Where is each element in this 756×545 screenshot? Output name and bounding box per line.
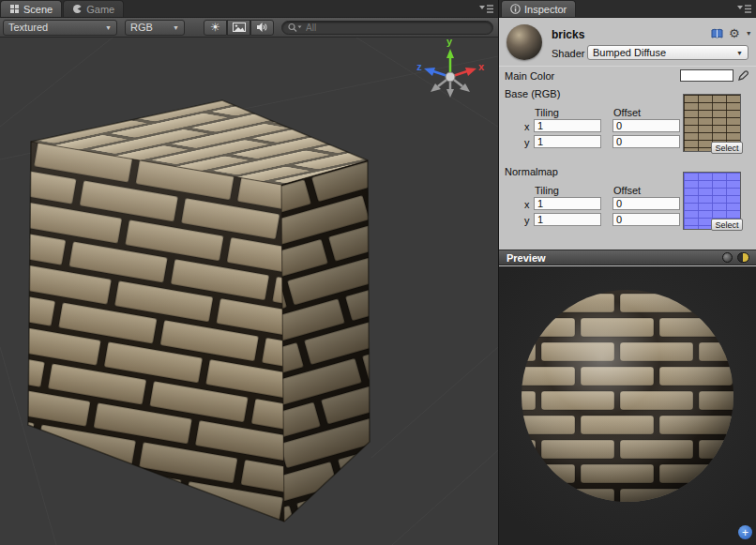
- brick-cube[interactable]: [28, 100, 370, 522]
- render-mode-dropdown[interactable]: RGB ▼: [125, 20, 185, 36]
- base-offset-x-field[interactable]: [612, 119, 680, 132]
- base-section-label: Base (RGB): [505, 88, 560, 99]
- draw-mode-dropdown[interactable]: Textured ▼: [3, 20, 117, 36]
- main-color-swatch[interactable]: [680, 69, 733, 82]
- chevron-down-icon: ▼: [173, 24, 179, 31]
- image-icon: [233, 22, 246, 33]
- tab-inspector[interactable]: Inspector: [501, 0, 576, 17]
- gizmo-x-label: x: [478, 61, 485, 72]
- inspector-panel: Inspector bricks Shader Bumped Diffuse ▼…: [498, 0, 756, 545]
- scene-grid-icon: [9, 4, 20, 14]
- gizmo-y-axis[interactable]: [446, 49, 454, 58]
- scene-viewport[interactable]: y x z: [0, 38, 498, 545]
- preview-header[interactable]: Preview: [499, 250, 756, 265]
- draw-mode-value: Textured: [8, 22, 48, 33]
- add-button[interactable]: +: [738, 525, 752, 539]
- gear-icon[interactable]: ⚙: [729, 27, 740, 39]
- normalmap-offset-x-field[interactable]: [612, 197, 680, 210]
- chevron-down-icon[interactable]: ▼: [746, 30, 752, 37]
- normalmap-row-x-label: x: [524, 199, 530, 210]
- scene-panel: Scene Game Textured ▼ RGB ▼ ☀: [0, 0, 498, 545]
- render-mode-value: RGB: [130, 22, 153, 33]
- help-book-icon[interactable]: [711, 28, 723, 39]
- normalmap-tiling-header: Tiling: [535, 185, 559, 196]
- preview-sphere: [499, 266, 756, 545]
- chevron-down-icon: ▼: [105, 24, 112, 31]
- base-row-y-label: y: [524, 137, 530, 148]
- inspector-panel-menu-icon[interactable]: [737, 4, 751, 14]
- shader-label: Shader: [552, 48, 584, 59]
- chevron-down-icon: ▼: [736, 50, 743, 56]
- material-preview-area[interactable]: +: [499, 266, 756, 545]
- material-name: bricks: [552, 28, 584, 41]
- preview-mesh-toggle-icon[interactable]: [722, 252, 733, 263]
- gizmo-y-label: y: [446, 38, 453, 47]
- main-color-label: Main Color: [505, 70, 554, 82]
- base-tiling-x-field[interactable]: [534, 119, 601, 132]
- search-icon: [288, 23, 302, 33]
- scene-3d-view: y x z: [0, 38, 498, 545]
- normalmap-tiling-x-field[interactable]: [534, 197, 601, 210]
- tab-game-label: Game: [86, 4, 114, 15]
- scene-toggle-group: ☀: [204, 20, 274, 36]
- base-row-x-label: x: [524, 121, 530, 132]
- sun-icon: ☀: [210, 21, 220, 34]
- normalmap-tiling-y-field[interactable]: [534, 213, 601, 226]
- preview-label: Preview: [507, 252, 546, 264]
- scene-search-field[interactable]: [281, 21, 493, 35]
- shader-dropdown[interactable]: Bumped Diffuse ▼: [587, 45, 748, 60]
- normalmap-row-y-label: y: [524, 215, 530, 226]
- preview-light-toggle-icon[interactable]: [737, 252, 749, 263]
- scene-panel-menu-icon[interactable]: [479, 4, 493, 14]
- game-icon: [72, 4, 83, 14]
- base-tiling-y-field[interactable]: [534, 135, 601, 148]
- tab-inspector-label: Inspector: [524, 4, 567, 15]
- info-icon: [510, 4, 521, 14]
- gizmo-z-label: z: [416, 61, 422, 72]
- scene-orientation-gizmo[interactable]: y x z: [416, 38, 485, 98]
- normalmap-offset-y-field[interactable]: [612, 213, 680, 226]
- skybox-toggle-button[interactable]: [227, 20, 250, 36]
- divider: [499, 66, 756, 67]
- search-input[interactable]: [306, 23, 487, 33]
- tab-scene[interactable]: Scene: [0, 0, 62, 17]
- lighting-toggle-button[interactable]: ☀: [204, 20, 227, 36]
- base-offset-header: Offset: [613, 107, 641, 118]
- audio-toggle-button[interactable]: [250, 20, 274, 36]
- base-offset-y-field[interactable]: [612, 135, 680, 148]
- normalmap-offset-header: Offset: [613, 185, 641, 196]
- scene-tabbar: Scene Game: [0, 0, 498, 18]
- normalmap-texture-select-button[interactable]: Select: [711, 219, 743, 231]
- base-tiling-header: Tiling: [535, 107, 559, 118]
- inspector-tabbar: Inspector: [499, 0, 756, 18]
- normalmap-section-label: Normalmap: [505, 166, 558, 177]
- scene-toolbar: Textured ▼ RGB ▼ ☀: [0, 18, 498, 38]
- shader-value: Bumped Diffuse: [593, 47, 666, 58]
- tab-scene-label: Scene: [23, 4, 53, 15]
- speaker-icon: [256, 22, 268, 33]
- tab-game[interactable]: Game: [63, 0, 124, 17]
- gizmo-x-axis[interactable]: [465, 68, 476, 76]
- material-preview-icon: [507, 24, 542, 60]
- base-texture-select-button[interactable]: Select: [711, 142, 743, 154]
- eyedropper-icon[interactable]: [738, 68, 749, 81]
